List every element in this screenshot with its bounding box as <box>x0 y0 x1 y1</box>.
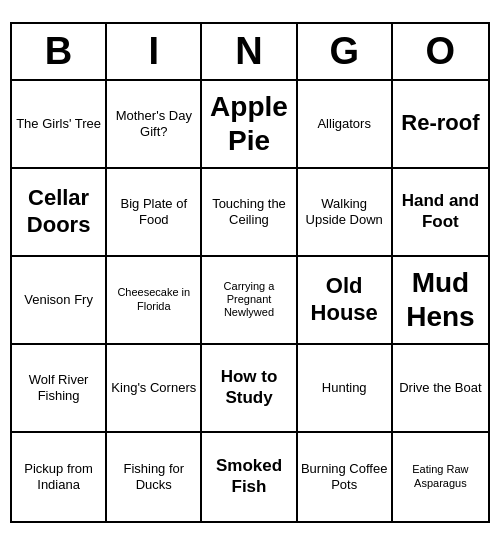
bingo-cell-7: Touching the Ceiling <box>202 169 297 257</box>
bingo-cell-14: Mud Hens <box>393 257 488 345</box>
bingo-header-I: I <box>107 24 202 79</box>
bingo-cell-11: Cheesecake in Florida <box>107 257 202 345</box>
bingo-cell-4: Re-roof <box>393 81 488 169</box>
bingo-cell-1: Mother's Day Gift? <box>107 81 202 169</box>
bingo-cell-6: Big Plate of Food <box>107 169 202 257</box>
bingo-header-O: O <box>393 24 488 79</box>
bingo-cell-3: Alligators <box>298 81 393 169</box>
bingo-header-G: G <box>298 24 393 79</box>
bingo-cell-2: Apple Pie <box>202 81 297 169</box>
bingo-cell-23: Burning Coffee Pots <box>298 433 393 521</box>
bingo-cell-20: Pickup from Indiana <box>12 433 107 521</box>
bingo-cell-13: Old House <box>298 257 393 345</box>
bingo-cell-8: Walking Upside Down <box>298 169 393 257</box>
bingo-header: BINGO <box>12 24 488 81</box>
bingo-cell-12: Carrying a Pregnant Newlywed <box>202 257 297 345</box>
bingo-cell-19: Drive the Boat <box>393 345 488 433</box>
bingo-cell-0: The Girls' Tree <box>12 81 107 169</box>
bingo-grid: The Girls' TreeMother's Day Gift?Apple P… <box>12 81 488 521</box>
bingo-cell-17: How to Study <box>202 345 297 433</box>
bingo-header-B: B <box>12 24 107 79</box>
bingo-cell-22: Smoked Fish <box>202 433 297 521</box>
bingo-card: BINGO The Girls' TreeMother's Day Gift?A… <box>10 22 490 523</box>
bingo-cell-5: Cellar Doors <box>12 169 107 257</box>
bingo-cell-18: Hunting <box>298 345 393 433</box>
bingo-cell-10: Venison Fry <box>12 257 107 345</box>
bingo-header-N: N <box>202 24 297 79</box>
bingo-cell-9: Hand and Foot <box>393 169 488 257</box>
bingo-cell-15: Wolf River Fishing <box>12 345 107 433</box>
bingo-cell-21: Fishing for Ducks <box>107 433 202 521</box>
bingo-cell-16: King's Corners <box>107 345 202 433</box>
bingo-cell-24: Eating Raw Asparagus <box>393 433 488 521</box>
